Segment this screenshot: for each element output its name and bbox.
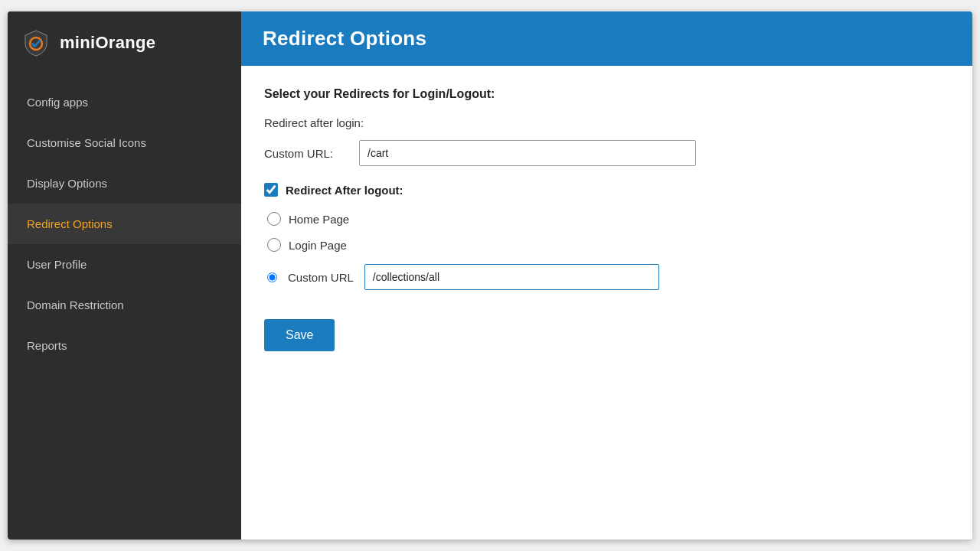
radio-home-page-label[interactable]: Home Page [289,213,349,226]
logo-text: miniOrange [60,33,155,53]
sidebar-logo: miniOrange [8,11,241,74]
sidebar-item-display-options[interactable]: Display Options [8,163,241,204]
page-title: Redirect Options [263,27,951,51]
shield-icon [21,28,51,57]
radio-custom-url[interactable] [267,272,277,282]
radio-row-home-page: Home Page [267,212,949,226]
logout-url-input[interactable] [364,264,659,290]
main-body: Select your Redirects for Login/Logout: … [241,66,972,540]
redirect-after-logout-checkbox[interactable] [264,183,278,197]
main-content: Redirect Options Select your Redirects f… [241,11,972,540]
logout-checkbox-row: Redirect After logout: [264,183,949,197]
sidebar-item-config-apps[interactable]: Config apps [8,82,241,122]
sidebar-item-user-profile[interactable]: User Profile [8,244,241,285]
sidebar-item-customise-social-icons[interactable]: Customise Social Icons [8,122,241,163]
redirect-after-logout-label[interactable]: Redirect After logout: [286,184,403,197]
login-url-field-row: Custom URL: [264,140,949,166]
save-button[interactable]: Save [264,319,335,351]
radio-row-custom-url: Custom URL [267,264,949,290]
login-redirect-label: Redirect after login: [264,116,949,129]
radio-custom-url-label[interactable]: Custom URL [288,271,354,284]
sidebar: miniOrange Config apps Customise Social … [8,11,241,540]
radio-row-login-page: Login Page [267,238,949,252]
radio-home-page[interactable] [267,212,281,226]
radio-login-page-label[interactable]: Login Page [289,239,347,252]
sidebar-navigation: Config apps Customise Social Icons Displ… [8,82,241,366]
logout-section: Redirect After logout: Home Page Login P… [264,183,949,290]
radio-login-page[interactable] [267,238,281,252]
main-header: Redirect Options [241,11,972,66]
logout-redirect-radio-group: Home Page Login Page Custom URL [267,212,949,290]
custom-url-label: Custom URL: [264,147,348,160]
sidebar-item-redirect-options[interactable]: Redirect Options [8,204,241,244]
section-title: Select your Redirects for Login/Logout: [264,87,949,101]
sidebar-item-reports[interactable]: Reports [8,325,241,366]
login-url-input[interactable] [359,140,696,166]
sidebar-item-domain-restriction[interactable]: Domain Restriction [8,285,241,325]
